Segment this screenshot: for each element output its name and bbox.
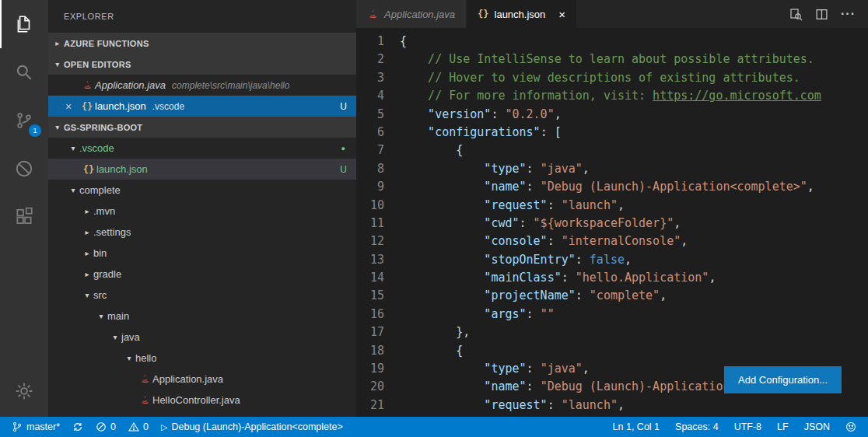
line-number: 18 xyxy=(356,342,400,360)
status-branch[interactable]: master* xyxy=(9,417,62,437)
open-editor-item[interactable]: ×{}launch.json.vscodeU xyxy=(48,96,356,117)
tree-folder--vscode[interactable]: ▾.vscode● xyxy=(48,138,356,159)
code-line: 5 "version": "0.2.0", xyxy=(356,106,868,124)
line-content: { xyxy=(400,342,463,360)
activity-explorer[interactable] xyxy=(0,0,48,48)
activity-manage[interactable] xyxy=(0,367,48,415)
tab-launch-json[interactable]: {}launch.json× xyxy=(467,0,577,28)
tree-item-label: main xyxy=(107,310,129,322)
line-content: "stopOnEntry": false, xyxy=(400,251,632,269)
activity-debug[interactable] xyxy=(0,145,48,193)
document-search-icon[interactable] xyxy=(789,8,803,21)
open-editor-label: launch.json xyxy=(95,100,146,112)
chevron-down-icon: ▾ xyxy=(67,144,79,152)
status-label: 0 xyxy=(143,421,149,432)
code-line: 10 "request": "launch", xyxy=(356,197,868,215)
status-cursor-position[interactable]: Ln 1, Col 1 xyxy=(611,417,662,437)
section-azure-functions[interactable]: ▸AZURE FUNCTIONS xyxy=(48,33,356,54)
line-content: "projectName": "complete", xyxy=(400,287,667,305)
chevron-down-icon: ▾ xyxy=(81,291,93,299)
json-icon: {} xyxy=(81,164,96,175)
tree-folder-gradle[interactable]: ▸gradle xyxy=(48,264,356,285)
tree-folder-src[interactable]: ▾src xyxy=(48,285,356,306)
tree-folder--settings[interactable]: ▸.settings xyxy=(48,222,356,243)
status-sync[interactable] xyxy=(70,417,86,437)
line-number: 5 xyxy=(356,106,400,124)
status-errors[interactable]: 0 xyxy=(93,417,118,437)
chevron-down-icon: ▾ xyxy=(109,333,121,341)
status-label: master* xyxy=(26,421,60,432)
tree-item-label: java xyxy=(121,331,140,343)
activity-extensions[interactable] xyxy=(0,193,48,241)
java-icon xyxy=(137,373,152,385)
line-content: // Use IntelliSense to learn about possi… xyxy=(400,51,814,68)
code-line: 2 // Use IntelliSense to learn about pos… xyxy=(356,51,868,68)
error-icon xyxy=(96,421,107,432)
status-encoding[interactable]: UTF-8 xyxy=(732,417,764,437)
status-language-mode[interactable]: JSON xyxy=(802,417,832,437)
java-icon xyxy=(79,79,95,91)
line-number: 9 xyxy=(356,178,400,196)
debug-icon xyxy=(14,159,34,179)
line-number: 19 xyxy=(356,360,400,378)
open-editor-detail: .vscode xyxy=(152,101,184,112)
tree-file-application-java[interactable]: Application.java xyxy=(48,369,356,390)
line-number: 16 xyxy=(356,306,400,323)
line-content: "name": "Debug (Launch)-Application<comp… xyxy=(400,178,814,196)
activity-source-control[interactable]: 1 xyxy=(0,96,48,145)
chevron-right-icon: ▸ xyxy=(51,39,64,47)
chevron-down-icon: ▾ xyxy=(67,186,79,194)
tree-file-hellocontroller-java[interactable]: HelloController.java xyxy=(48,390,356,411)
gear-icon xyxy=(14,381,34,401)
tree-folder--mvn[interactable]: ▸.mvn xyxy=(48,201,356,222)
java-icon xyxy=(137,394,152,406)
tree-folder-java[interactable]: ▾java xyxy=(48,327,356,348)
line-number: 7 xyxy=(356,142,400,159)
code-line: 13 "stopOnEntry": false, xyxy=(356,251,868,269)
git-status-badge: U xyxy=(340,101,347,112)
tab-bar: Application.java{}launch.json× ··· xyxy=(356,0,868,28)
play-icon: ▷ xyxy=(161,422,167,432)
line-content: "cwd": "${workspaceFolder}", xyxy=(400,215,681,232)
modified-dot-icon: ● xyxy=(341,145,345,152)
tree-folder-bin[interactable]: ▸bin xyxy=(48,243,356,264)
tree-folder-complete[interactable]: ▾complete xyxy=(48,180,356,201)
tree-item-label: .vscode xyxy=(79,142,114,154)
status-eol[interactable]: LF xyxy=(775,417,791,437)
line-content: "request": "launch", xyxy=(400,197,625,215)
warning-icon xyxy=(128,421,139,432)
close-icon[interactable]: × xyxy=(558,9,565,20)
open-editor-item[interactable]: Application.javacomplete\src\main\java\h… xyxy=(48,75,356,96)
status-debug-config[interactable]: ▷Debug (Launch)-Application<complete> xyxy=(159,417,345,437)
tree-item-label: .settings xyxy=(93,226,131,238)
tab-application-java[interactable]: Application.java xyxy=(356,0,467,28)
chevron-right-icon: ▸ xyxy=(81,228,93,236)
tree-folder-main[interactable]: ▾main xyxy=(48,306,356,327)
status-label: 0 xyxy=(110,421,116,432)
code-line: 11 "cwd": "${workspaceFolder}", xyxy=(356,215,868,232)
code-line: 18 { xyxy=(356,342,868,360)
split-editor-icon[interactable] xyxy=(815,8,828,21)
line-number: 12 xyxy=(356,232,400,250)
tree-file-launch-json[interactable]: {}launch.jsonU xyxy=(48,159,356,180)
add-configuration-button[interactable]: Add Configuration... xyxy=(724,366,842,393)
status-label: JSON xyxy=(804,421,830,432)
more-actions-icon[interactable]: ··· xyxy=(841,7,856,21)
section-open-editors[interactable]: ▾OPEN EDITORS xyxy=(48,54,356,75)
chevron-right-icon: ▸ xyxy=(81,249,93,257)
explorer-sidebar: EXPLORER ▸AZURE FUNCTIONS ▾OPEN EDITORS … xyxy=(48,0,356,417)
section-workspace[interactable]: ▾GS-SPRING-BOOT xyxy=(48,117,356,138)
status-warnings[interactable]: 0 xyxy=(126,417,151,437)
status-indentation[interactable]: Spaces: 4 xyxy=(673,417,721,437)
line-content: }, xyxy=(400,323,470,341)
code-line: 14 "mainClass": "hello.Application", xyxy=(356,269,868,287)
editor-actions: ··· xyxy=(789,0,868,28)
section-label: GS-SPRING-BOOT xyxy=(64,123,142,132)
status-feedback[interactable] xyxy=(843,417,859,437)
close-icon[interactable]: × xyxy=(65,100,79,113)
line-content: // Hover to view descriptions of existin… xyxy=(400,69,800,87)
activity-search[interactable] xyxy=(0,48,48,96)
line-content: "version": "0.2.0", xyxy=(400,106,562,124)
code-editor[interactable]: 1{2 // Use IntelliSense to learn about p… xyxy=(356,28,868,417)
tree-folder-hello[interactable]: ▾hello xyxy=(48,348,356,369)
